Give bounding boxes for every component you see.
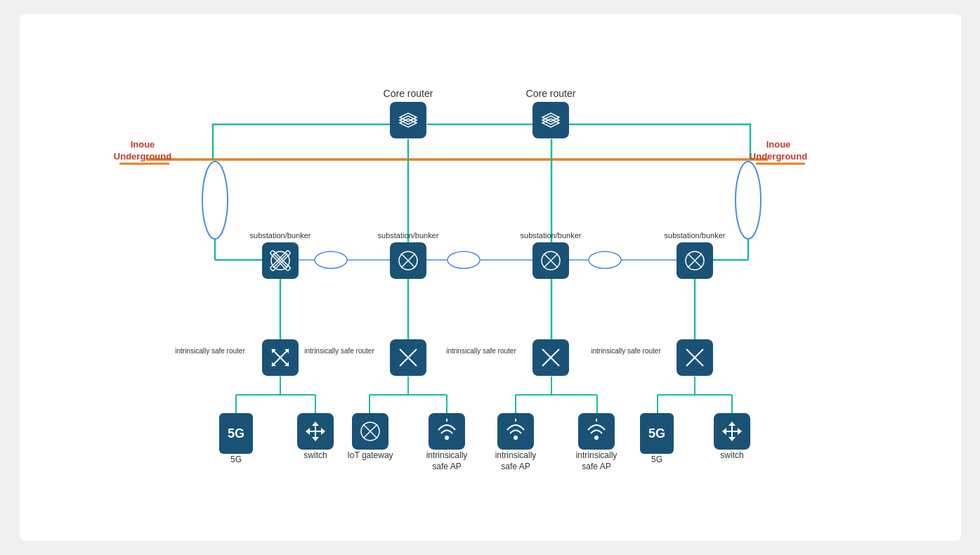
core-router-left-label: Core router: [383, 88, 433, 99]
svg-rect-102: [578, 413, 615, 450]
svg-rect-96: [429, 413, 465, 450]
inoue-right-label: Inoue: [766, 139, 790, 150]
svg-point-15: [589, 252, 621, 268]
svg-text:5G: 5G: [648, 426, 665, 440]
is-ap3-label-line2: safe AP: [582, 462, 610, 471]
underground-right-label: Underground: [749, 151, 806, 162]
is-router3-label: intrinsically safe router: [446, 347, 516, 355]
is-ap2-label-line1: intrinsically: [495, 450, 536, 460]
is-ap2-label-line2: safe AP: [501, 462, 530, 471]
is-router2-label: intrinsically safe router: [304, 347, 374, 355]
is-router4-label: intrinsically safe router: [591, 347, 661, 355]
svg-point-12: [447, 252, 480, 268]
diagram-container: 5G: [20, 14, 961, 541]
svg-rect-99: [497, 413, 534, 450]
svg-rect-44: [533, 102, 569, 138]
is-ap1-label-line1: intrinsically: [426, 450, 467, 460]
underground-left-label: Underground: [113, 151, 171, 162]
svg-point-100: [514, 436, 518, 440]
switch1-label: switch: [303, 450, 327, 460]
svg-point-97: [445, 436, 449, 440]
core-router-right-label: Core router: [525, 88, 575, 99]
inoue-left-label: Inoue: [130, 139, 155, 150]
svg-text:5G: 5G: [227, 426, 244, 440]
is-ap1-label-line2: safe AP: [432, 462, 461, 471]
is-ap3-label-line1: intrinsically: [575, 450, 617, 460]
svg-point-2: [202, 162, 228, 239]
substation2-label: substation/bunker: [377, 231, 438, 240]
is-router1-label: intrinsically safe router: [175, 347, 245, 355]
switch2-label: switch: [720, 450, 743, 460]
svg-point-103: [594, 436, 599, 440]
svg-point-9: [315, 252, 347, 268]
5g1-label: 5G: [230, 455, 241, 464]
substation1-label: substation/bunker: [249, 231, 311, 240]
svg-point-3: [736, 162, 761, 239]
iot-gateway-label: IoT gateway: [347, 450, 393, 460]
5g2-label: 5G: [651, 455, 662, 464]
substation3-label: substation/bunker: [520, 231, 581, 240]
substation4-label: substation/bunker: [664, 231, 725, 240]
